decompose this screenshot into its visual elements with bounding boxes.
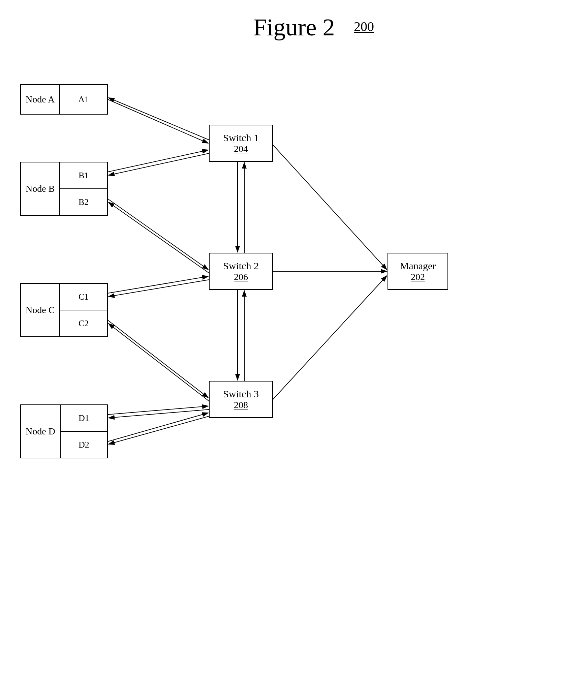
node-d-ports: D1 D2 (61, 405, 107, 458)
figure-number: 200 (354, 19, 374, 34)
arrow-d2-sw3 (108, 413, 208, 442)
node-c-label: Node C (21, 284, 60, 336)
node-a-label: Node A (21, 85, 60, 114)
node-b-label: Node B (21, 162, 60, 215)
switch-1-name: Switch 1 (223, 132, 259, 144)
node-d-label: Node D (21, 405, 61, 458)
port-a1: A1 (60, 85, 107, 114)
arrow-sw3-d2 (109, 416, 209, 444)
switch-3: Switch 3 208 (209, 381, 273, 418)
switch-2-name: Switch 2 (223, 260, 259, 272)
arrow-c2-sw3 (108, 320, 208, 398)
arrow-sw1-b1 (109, 153, 209, 175)
node-c: Node C C1 C2 (20, 283, 108, 337)
manager: Manager 202 (388, 253, 448, 290)
arrow-b2-sw2 (108, 199, 208, 270)
node-a-ports: A1 (60, 85, 107, 114)
manager-name: Manager (400, 260, 436, 272)
port-c2: C2 (60, 310, 107, 336)
port-b1: B1 (60, 162, 107, 188)
arrow-a1-sw1 (108, 99, 208, 143)
port-b2: B2 (60, 188, 107, 215)
arrow-b1-sw1 (108, 150, 208, 172)
arrow-sw3-manager (273, 276, 387, 399)
switch-1-id: 204 (234, 144, 248, 154)
arrow-sw2-b2 (109, 202, 209, 273)
node-b-ports: B1 B2 (60, 162, 107, 215)
node-d: Node D D1 D2 (20, 404, 108, 458)
port-c1: C1 (60, 284, 107, 310)
arrow-c1-sw2 (108, 276, 208, 293)
arrow-d1-sw3 (108, 406, 208, 415)
arrow-sw3-c2 (109, 324, 209, 401)
port-d2: D2 (61, 431, 107, 458)
node-a: Node A A1 (20, 84, 108, 115)
switch-2-id: 206 (234, 272, 248, 282)
switch-1: Switch 1 204 (209, 125, 273, 162)
switch-3-id: 208 (234, 400, 248, 410)
port-d1: D1 (61, 405, 107, 431)
arrow-sw2-c1 (109, 280, 209, 297)
node-c-ports: C1 C2 (60, 284, 107, 336)
switch-3-name: Switch 3 (223, 388, 259, 400)
manager-id: 202 (411, 272, 425, 282)
figure-title: Figure 2 (253, 13, 335, 41)
arrow-sw1-a1 (109, 98, 209, 140)
arrow-sw3-d1 (109, 409, 209, 418)
arrow-sw1-manager (273, 145, 387, 270)
switch-2: Switch 2 206 (209, 253, 273, 290)
node-b: Node B B1 B2 (20, 162, 108, 216)
